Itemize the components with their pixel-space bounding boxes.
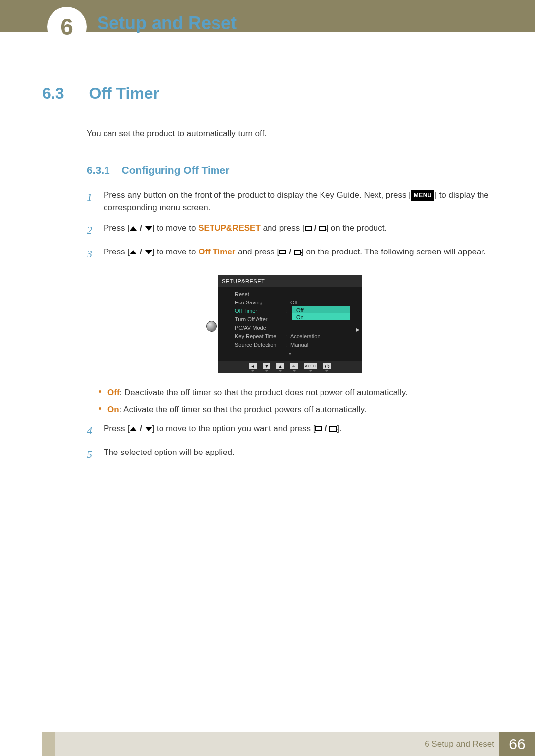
section-heading-row: 6.3 Off Timer [42, 84, 493, 102]
chapter-title: Setup and Reset [97, 13, 237, 34]
step-number: 2 [87, 222, 104, 239]
content-area: 6.3 Off Timer You can set the product to… [0, 84, 535, 470]
step-number: 1 [87, 189, 104, 215]
step-1: 1 Press any button on the front of the p… [87, 189, 493, 215]
up-down-icon: / [130, 246, 152, 258]
step-3-text: Press [/] to move to Off Timer and press… [104, 246, 493, 262]
bullet-off: Off: Deactivate the off timer so that th… [97, 386, 493, 399]
gear-icon [206, 321, 217, 332]
step-4-text: Press [/] to move to the option you want… [104, 422, 493, 439]
bullet-on: On: Activate the off timer so that the p… [97, 403, 493, 416]
subsection-heading: 6.3.1 Configuring Off Timer [87, 162, 493, 178]
osd-screenshot: SETUP&RESET ▶ Reset Eco Saving : Off Off… [218, 275, 362, 373]
menu-glyph: MENU [411, 190, 434, 201]
osd-option-on: On [292, 313, 350, 320]
osd-row-reset: Reset [218, 290, 362, 299]
section-body: You can set the product to automatically… [87, 127, 493, 463]
step-number: 5 [87, 446, 104, 463]
step-number: 3 [87, 246, 104, 262]
steps-list: 1 Press any button on the front of the p… [87, 189, 493, 463]
option-bullets: Off: Deactivate the off timer so that th… [97, 386, 493, 416]
osd-nav-left: ◄ [249, 363, 257, 372]
footer-sidebar [42, 732, 55, 756]
step-4: 4 Press [/] to move to the option you wa… [87, 422, 493, 439]
step-3: 3 Press [/] to move to Off Timer and pre… [87, 246, 493, 262]
step-1-text: Press any button on the front of the pro… [104, 189, 493, 215]
chevron-down-icon: ▾ [218, 350, 362, 358]
section-number: 6.3 [42, 84, 87, 102]
osd-body: ▶ Reset Eco Saving : Off Off Timer : T [218, 287, 362, 361]
osd-nav-down: ▼ [263, 363, 270, 372]
osd-row-key-repeat: Key Repeat Time : Acceleration [218, 332, 362, 341]
osd-nav-power [323, 363, 331, 372]
step-number: 4 [87, 422, 104, 439]
step-5: 5 The selected option will be applied. [87, 446, 493, 463]
enter-icon: / [305, 222, 326, 235]
up-down-icon: / [130, 222, 152, 235]
osd-title: SETUP&RESET [218, 275, 362, 287]
footer-chapter-label: 6 Setup and Reset [425, 732, 494, 756]
up-down-icon: / [130, 422, 152, 435]
enter-icon: / [315, 422, 337, 435]
enter-icon: / [279, 246, 301, 258]
osd-row-pcav-mode: PC/AV Mode [218, 324, 362, 332]
subsection-title: Configuring Off Timer [122, 164, 230, 176]
page-number: 66 [499, 732, 535, 756]
osd-nav-up: ▲ [276, 363, 284, 372]
chapter-number: 6 [60, 13, 73, 40]
osd-nav-auto: AUTO [304, 363, 317, 372]
osd-footer: ◄ ▼ ▲ ↵ AUTO [218, 361, 362, 373]
right-arrow-icon: ▶ [356, 326, 360, 334]
step-2: 2 Press [/] to move to SETUP&RESET and p… [87, 222, 493, 239]
section-title: Off Timer [89, 84, 159, 102]
section-intro: You can set the product to automatically… [87, 127, 493, 140]
osd-nav-enter: ↵ [290, 363, 298, 372]
step-2-text: Press [/] to move to SETUP&RESET and pre… [104, 222, 493, 239]
osd-row-source-detection: Source Detection : Manual [218, 341, 362, 349]
subsection-number: 6.3.1 [87, 164, 110, 176]
step-5-text: The selected option will be applied. [104, 446, 493, 463]
off-timer-label: Off Timer [198, 247, 235, 256]
footer: 6 Setup and Reset 66 [0, 732, 535, 756]
osd-dropdown: Off On [292, 306, 350, 320]
chapter-bubble: 6 [47, 7, 87, 47]
osd-option-off: Off [292, 306, 350, 313]
setup-reset-label: SETUP&RESET [198, 223, 261, 233]
